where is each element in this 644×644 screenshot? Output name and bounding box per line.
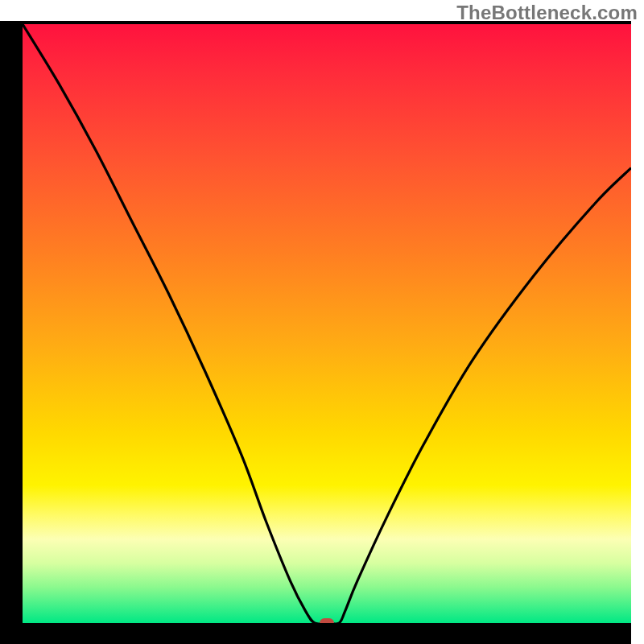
axis-left-bar <box>0 21 23 644</box>
chart-background-gradient <box>23 24 631 623</box>
axis-bottom-bar <box>0 623 631 644</box>
chart-plot-area <box>23 24 631 623</box>
frame-top-bar <box>0 21 631 24</box>
